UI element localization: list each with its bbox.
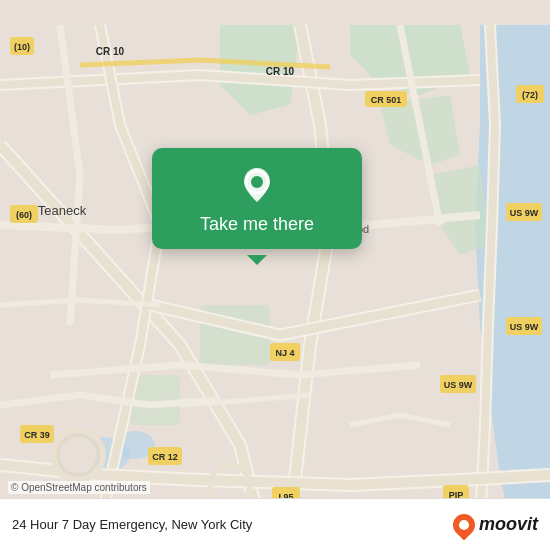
svg-text:(72): (72) xyxy=(522,90,538,100)
navigation-tooltip[interactable]: Take me there xyxy=(152,148,362,249)
svg-text:US 9W: US 9W xyxy=(510,322,539,332)
svg-text:Teaneck: Teaneck xyxy=(38,203,87,218)
svg-text:CR 10: CR 10 xyxy=(96,46,125,57)
location-pin-icon xyxy=(236,164,278,206)
svg-text:US 9W: US 9W xyxy=(510,208,539,218)
take-me-there-button[interactable]: Take me there xyxy=(200,214,314,235)
svg-text:(60): (60) xyxy=(16,210,32,220)
copyright-notice: © OpenStreetMap contributors xyxy=(8,481,150,494)
svg-text:US 9W: US 9W xyxy=(444,380,473,390)
svg-text:(10): (10) xyxy=(14,42,30,52)
svg-text:CR 501: CR 501 xyxy=(371,95,402,105)
map-container: CR 10 CR 10 (10) CR 501 (72) US 9W US 9W… xyxy=(0,0,550,550)
svg-point-34 xyxy=(58,435,98,475)
moovit-logo: moovit xyxy=(453,514,538,536)
moovit-icon xyxy=(448,509,479,540)
svg-text:NJ 4: NJ 4 xyxy=(275,348,294,358)
svg-text:CR 39: CR 39 xyxy=(24,430,50,440)
svg-point-36 xyxy=(251,176,263,188)
moovit-text: moovit xyxy=(479,514,538,535)
bottom-bar: 24 Hour 7 Day Emergency, New York City m… xyxy=(0,498,550,550)
svg-text:CR 10: CR 10 xyxy=(266,66,295,77)
svg-text:CR 12: CR 12 xyxy=(152,452,178,462)
map-background: CR 10 CR 10 (10) CR 501 (72) US 9W US 9W… xyxy=(0,0,550,550)
location-label: 24 Hour 7 Day Emergency, New York City xyxy=(12,517,453,532)
